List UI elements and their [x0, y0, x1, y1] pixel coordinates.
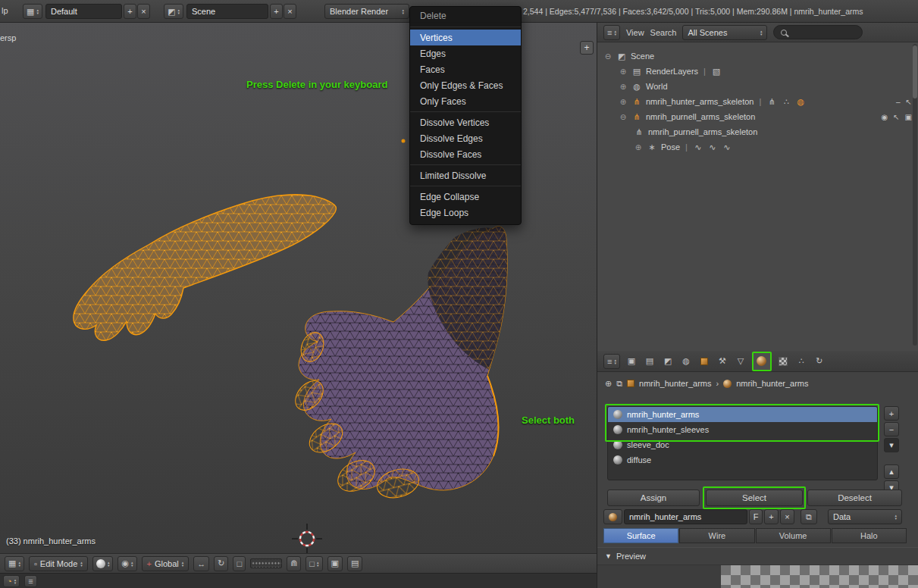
- tab-physics-icon[interactable]: ↻: [813, 355, 826, 368]
- scene-browse-button[interactable]: ◩ ▴▾: [164, 4, 183, 19]
- menu-item-only-edges-faces[interactable]: Only Edges & Faces: [410, 77, 521, 93]
- material-name-field[interactable]: nmrih_hunter_arms: [624, 509, 747, 524]
- tree-row-hunter-skeleton[interactable]: ⊕ ⋔ nmrih_hunter_arms_skeleton | ⋔ ∴ ◍ ‒…: [597, 94, 918, 109]
- add-slot-button[interactable]: +: [884, 406, 899, 421]
- menu-item-dissolve-faces[interactable]: Dissolve Faces: [410, 146, 521, 162]
- material-slot-list[interactable]: nmrih_hunter_arms nmrih_hunter_sleeves s…: [607, 406, 878, 480]
- tab-particles-icon[interactable]: ∴: [794, 355, 808, 368]
- mode-dropdown[interactable]: ▫ Edit Mode ▴▾: [29, 556, 88, 571]
- outliner-scope-dropdown[interactable]: All Scenes ▴▾: [682, 25, 767, 40]
- expand-icon[interactable]: ⊕: [619, 67, 628, 76]
- material-slot[interactable]: nmrih_hunter_arms: [608, 407, 877, 422]
- mesh-purnell-arms[interactable]: [290, 227, 507, 502]
- material-slot[interactable]: sleeve_doc: [608, 437, 877, 452]
- tree-row-purnell-data[interactable]: ⋔ nmrih_purnell_arms_skeleton: [597, 124, 918, 139]
- transform-orientation-dropdown[interactable]: + Global ▴▾: [142, 556, 190, 571]
- material-browse-button[interactable]: [603, 509, 622, 524]
- unlink-material-button[interactable]: ×: [780, 509, 794, 524]
- outliner-search-menu[interactable]: Search: [650, 28, 677, 37]
- deselect-button[interactable]: Deselect: [807, 489, 902, 506]
- type-tab-volume[interactable]: Volume: [756, 528, 831, 543]
- type-tab-halo[interactable]: Halo: [832, 528, 907, 543]
- node-icon[interactable]: ⧉: [616, 379, 622, 389]
- manipulator-rotate-button[interactable]: ↻: [214, 556, 228, 571]
- preview-panel-header[interactable]: ▼ Preview: [597, 547, 918, 565]
- tree-row-world[interactable]: ⊕ ◍ World: [597, 79, 918, 94]
- restrict-view-icon[interactable]: ‒: [896, 98, 901, 106]
- restrict-select-icon[interactable]: ↖: [893, 113, 899, 121]
- remove-slot-button[interactable]: −: [884, 422, 899, 436]
- expand-icon[interactable]: ⊕: [634, 143, 643, 152]
- select-button[interactable]: Select: [706, 489, 803, 506]
- outliner-editor-type-button[interactable]: ≡ ▴▾: [603, 25, 620, 40]
- menu-item-dissolve-vertices[interactable]: Dissolve Vertices: [410, 114, 521, 130]
- slot-specials-button[interactable]: ▾: [884, 438, 899, 452]
- eye-icon[interactable]: ◉: [881, 113, 888, 121]
- scrollbar-thumb[interactable]: [913, 45, 917, 99]
- expand-icon[interactable]: ⊕: [619, 83, 628, 91]
- tab-modifiers-icon[interactable]: ⚒: [716, 355, 729, 368]
- tab-object-icon[interactable]: [697, 355, 711, 368]
- add-scene-button[interactable]: +: [270, 4, 283, 19]
- timeline-editor-type-button[interactable]: ◔ ▴▾: [3, 575, 20, 587]
- tab-world-icon[interactable]: ◍: [679, 355, 693, 368]
- tree-row-pose[interactable]: ⊕ ∗ Pose | ∿ ∿ ∿: [597, 139, 918, 155]
- collapse-icon[interactable]: ⊖: [603, 52, 613, 61]
- region-expand-button[interactable]: +: [580, 41, 594, 55]
- manipulator-scale-button[interactable]: □: [233, 556, 246, 571]
- properties-editor-type-button[interactable]: ≡ ▴▾: [603, 354, 620, 369]
- restrict-render-icon[interactable]: ▣: [905, 113, 912, 121]
- assign-button[interactable]: Assign: [607, 489, 700, 506]
- pivot-point-dropdown[interactable]: ◉ ▴▾: [117, 556, 136, 571]
- tab-render-layers-icon[interactable]: ▤: [643, 355, 656, 368]
- menu-item-vertices[interactable]: Vertices: [410, 30, 521, 45]
- screen-layout-name-field[interactable]: Default: [45, 4, 122, 19]
- new-material-button[interactable]: +: [764, 509, 779, 524]
- restrict-select-icon[interactable]: ↖: [906, 98, 912, 106]
- editor-type-button[interactable]: ▦ ▴▾: [5, 556, 24, 571]
- add-layout-button[interactable]: +: [124, 4, 136, 19]
- outliner-scrollbar[interactable]: [913, 44, 917, 346]
- manipulator-translate-button[interactable]: ↔: [193, 556, 209, 571]
- breadcrumb-object[interactable]: nmrih_hunter_arms: [639, 379, 711, 388]
- outliner-view-menu[interactable]: View: [626, 28, 644, 37]
- snap-toggle-button[interactable]: ⋒: [287, 556, 301, 571]
- menu-item-edges[interactable]: Edges: [410, 45, 521, 61]
- scene-name-field[interactable]: Scene: [186, 4, 268, 19]
- help-menu-partial[interactable]: lp: [2, 6, 8, 15]
- layers-widget[interactable]: [250, 558, 282, 568]
- link-data-dropdown[interactable]: Data ▴▾: [828, 509, 902, 524]
- move-slot-up-button[interactable]: ▴: [884, 464, 899, 479]
- render-opengl-button[interactable]: ▣: [327, 556, 343, 571]
- viewport-shading-dropdown[interactable]: ▴▾: [92, 556, 114, 571]
- render-opengl-anim-button[interactable]: ▤: [347, 556, 362, 571]
- tab-material-icon[interactable]: [755, 355, 769, 368]
- render-engine-dropdown[interactable]: Blender Render ▴▾: [324, 4, 409, 19]
- tree-row-purnell-skeleton[interactable]: ⊖ ⋔ nmrih_purnell_arms_skeleton ◉ ↖ ▣: [597, 109, 918, 124]
- material-slot[interactable]: nmrih_hunter_sleeves: [608, 422, 877, 437]
- tab-render-icon[interactable]: ▣: [625, 355, 638, 368]
- timeline-menu-button[interactable]: ≡: [24, 575, 36, 587]
- menu-item-edge-collapse[interactable]: Edge Collapse: [410, 189, 521, 205]
- collapse-icon[interactable]: ⊖: [619, 113, 628, 121]
- mesh-hunter-arms[interactable]: [74, 195, 336, 340]
- tab-scene-icon[interactable]: ◩: [661, 355, 675, 368]
- tree-row-renderlayers[interactable]: ⊕ ▤ RenderLayers | ▧: [597, 64, 918, 79]
- material-slot[interactable]: diffuse: [608, 452, 877, 468]
- pin-icon[interactable]: ⊕: [605, 379, 612, 389]
- type-tab-surface[interactable]: Surface: [603, 528, 678, 543]
- tree-row-scene[interactable]: ⊖ ◩ Scene: [597, 48, 918, 64]
- menu-item-edge-loops[interactable]: Edge Loops: [410, 205, 521, 220]
- tab-texture-icon[interactable]: [776, 355, 790, 368]
- tab-data-icon[interactable]: ▽: [734, 355, 747, 368]
- type-tab-wire[interactable]: Wire: [679, 528, 754, 543]
- menu-item-only-faces[interactable]: Only Faces: [410, 93, 521, 109]
- screen-layout-browse-button[interactable]: ▦ ▴▾: [23, 4, 42, 19]
- snap-element-dropdown[interactable]: □ ▴▾: [305, 556, 322, 571]
- expand-icon[interactable]: ⊕: [619, 98, 628, 106]
- nodes-button[interactable]: ⧉: [801, 509, 817, 524]
- fake-user-button[interactable]: F: [749, 509, 763, 524]
- menu-item-dissolve-edges[interactable]: Dissolve Edges: [410, 130, 521, 146]
- delete-scene-button[interactable]: ×: [284, 4, 296, 19]
- menu-item-limited-dissolve[interactable]: Limited Dissolve: [410, 167, 521, 183]
